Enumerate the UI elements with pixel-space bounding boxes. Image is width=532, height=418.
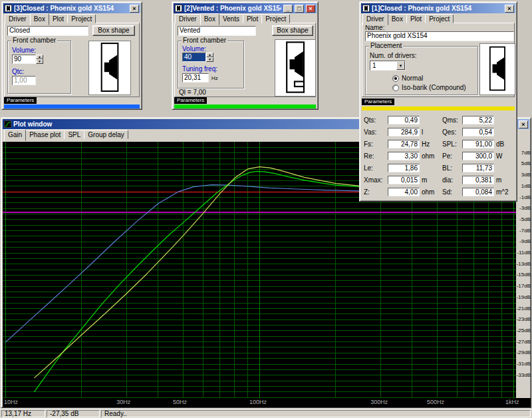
box-shape-button[interactable]: Box shape [272, 25, 313, 36]
parameter-row: dia:0,381m [442, 176, 509, 184]
tab-phase-plot[interactable]: Phase plot [25, 130, 65, 139]
parameter-label: Z: [364, 188, 388, 196]
parameter-value-field[interactable]: 0,015 [388, 176, 420, 184]
parameter-row: Le:1,86 [364, 164, 434, 172]
tab-box[interactable]: Box [200, 13, 219, 25]
parameter-value-field[interactable]: 4,00 [388, 188, 420, 196]
curve-color-bar [4, 104, 140, 108]
parameter-label: Re: [364, 152, 388, 160]
tuning-freq-field[interactable]: 20,31 [182, 73, 209, 83]
window-title: [1]Closed : Phoenix gold XS154 [372, 5, 503, 12]
parameter-value-field[interactable]: 284,9 [388, 128, 420, 136]
tab-box[interactable]: Box [388, 14, 407, 23]
tab-driver[interactable]: Driver [362, 13, 388, 25]
spinner-down-icon[interactable]: ▼ [206, 57, 213, 62]
tab-plot[interactable]: Plot [406, 14, 426, 23]
parameters-header: Parameters [362, 99, 394, 105]
num-drivers-combo[interactable]: 1 ▼ [370, 61, 406, 71]
radio-isobarik[interactable]: Iso-barik (Compound) [392, 84, 466, 91]
driver-tab-panel: Name: Phoenix gold XS154 Placement Num. … [362, 23, 515, 97]
parameter-value-field[interactable]: 0,084 [462, 188, 494, 196]
tab-plot[interactable]: Plot [49, 14, 68, 23]
close-icon[interactable]: × [505, 5, 514, 13]
y-tick-label: -11dB [517, 250, 531, 256]
parameter-value-field[interactable]: 0,49 [388, 116, 420, 124]
box-type-field[interactable]: Closed [7, 26, 88, 36]
tab-driver[interactable]: Driver [5, 14, 31, 23]
tab-bar: DriverBoxVentsPlotProject [175, 14, 289, 23]
tab-project[interactable]: Project [67, 14, 96, 23]
tab-project[interactable]: Project [425, 14, 454, 23]
qtc-field[interactable]: 1,00 [12, 76, 36, 85]
titlebar[interactable]: [2]Vented : Phoenix gold XS154 _ □ × [174, 3, 317, 13]
volume-field[interactable]: 90 [12, 55, 36, 64]
x-tick-label: 100Hz [249, 399, 267, 405]
spinner-down-icon[interactable]: ▼ [36, 59, 43, 64]
tab-vents[interactable]: Vents [219, 14, 243, 23]
window-icon [5, 5, 12, 12]
y-tick-label: -33dB [517, 372, 531, 378]
parameter-label: Qms: [442, 116, 462, 124]
tuning-freq-label: Tuning freq: [182, 65, 217, 73]
close-icon[interactable]: × [306, 5, 315, 13]
y-tick-label: -23dB [517, 316, 531, 322]
maximize-icon[interactable]: □ [295, 5, 304, 13]
parameter-label: Pe: [442, 152, 462, 160]
titlebar[interactable]: [1]Closed : Phoenix gold XS154 × [361, 3, 515, 13]
parameter-value-field[interactable]: 11,73 [462, 164, 494, 172]
y-tick-label: -19dB [517, 294, 531, 300]
close-icon[interactable]: × [130, 5, 139, 13]
spinner-up-icon[interactable]: ▲ [36, 55, 43, 59]
y-tick-label: 3dB [521, 172, 531, 178]
parameter-label: Le: [364, 164, 388, 172]
box-type-field[interactable]: Vented [178, 26, 256, 36]
radio-normal[interactable]: Normal [392, 75, 423, 82]
window-icon [362, 5, 370, 12]
minimize-icon[interactable]: _ [283, 5, 293, 13]
y-tick-label: -13dB [517, 261, 531, 267]
tab-gain[interactable]: Gain [4, 129, 26, 141]
vented-box-icon [275, 40, 314, 95]
parameter-row: Fs:24,78Hz [364, 140, 434, 148]
parameter-value-field[interactable]: 24,78 [388, 140, 420, 148]
parameter-label: Fs: [364, 140, 388, 148]
volume-field[interactable]: 40 [182, 53, 206, 62]
parameter-label: SPL: [442, 140, 462, 148]
close-icon[interactable]: × [519, 120, 528, 128]
tab-group-delay[interactable]: Group delay [84, 130, 128, 139]
parameter-unit: ohm [422, 188, 434, 196]
parameter-unit: W [496, 152, 502, 160]
tab-spl[interactable]: SPL [64, 130, 84, 139]
name-field[interactable]: Phoenix gold XS154 [365, 31, 514, 41]
tab-plot[interactable]: Plot [243, 14, 262, 23]
tab-project[interactable]: Project [261, 14, 290, 23]
driver-diagram [479, 43, 515, 95]
parameter-value-field[interactable]: 0,54 [462, 128, 494, 136]
parameter-value-field[interactable]: 91,00 [462, 140, 494, 148]
parameter-value-field[interactable]: 300,0 [462, 152, 494, 160]
placement-group: Placement Num. of drivers: 1 ▼ Normal Is… [365, 46, 478, 95]
radio-unselected-icon[interactable] [392, 85, 399, 91]
parameter-value-field[interactable]: 3,30 [388, 152, 420, 160]
x-tick-label: 50Hz [173, 399, 187, 405]
parameter-value-field[interactable]: 1,86 [388, 164, 420, 172]
dropdown-arrow-icon[interactable]: ▼ [396, 61, 405, 70]
parameter-unit: dB [496, 140, 504, 148]
status-bar: 13,17 Hz -27,35 dB Ready.. [0, 409, 532, 418]
parameters-header: Parameters [174, 97, 207, 104]
spinner-up-icon[interactable]: ▲ [206, 53, 213, 57]
parameter-value-field[interactable]: 0,381 [462, 176, 494, 184]
x-tick-label: 10Hz [4, 399, 18, 405]
radio-selected-icon[interactable] [392, 75, 399, 82]
parameter-unit: m^2 [496, 188, 509, 196]
x-tick-label: 300Hz [370, 399, 388, 405]
tab-driver[interactable]: Driver [175, 14, 201, 23]
box-shape-button[interactable]: Box shape [92, 25, 135, 36]
parameter-value-field[interactable]: 5,22 [462, 116, 494, 124]
titlebar[interactable]: [3]Closed : Phoenix gold XS154 × [3, 3, 140, 13]
tab-box[interactable]: Box [30, 13, 49, 25]
volume-spinner[interactable]: ▲ ▼ [36, 55, 43, 64]
front-chamber-group: Front chamber Volume: 40 ▲ ▼ Tuning freq… [178, 41, 244, 89]
window-closed-1: [1]Closed : Phoenix gold XS154 × DriverB… [359, 1, 517, 202]
volume-spinner[interactable]: ▲ ▼ [206, 53, 213, 62]
